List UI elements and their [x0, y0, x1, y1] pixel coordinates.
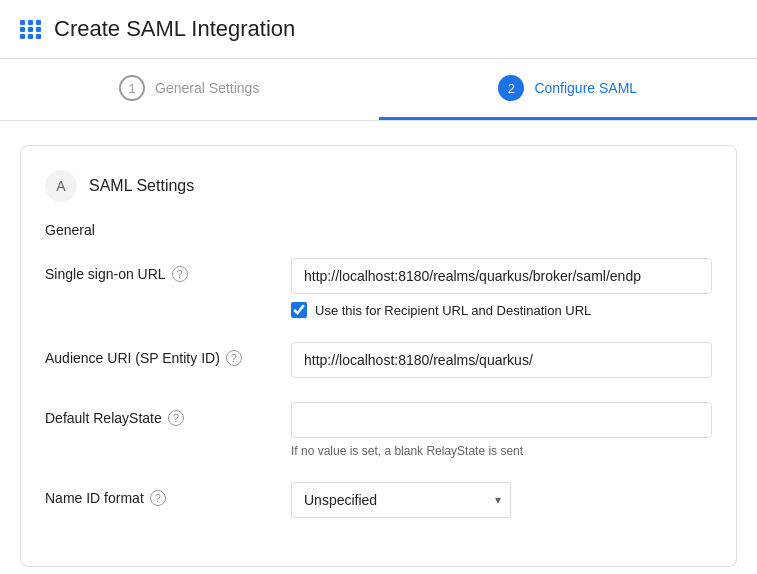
recipient-url-checkbox[interactable] [291, 302, 307, 318]
step-1-label: General Settings [155, 80, 259, 96]
step-configure-saml[interactable]: 2 Configure SAML [379, 59, 758, 120]
sso-url-help-icon[interactable]: ? [172, 266, 188, 282]
name-id-format-select-wrapper: Unspecified EmailAddress Persistent Tran… [291, 482, 511, 518]
recipient-url-label: Use this for Recipient URL and Destinati… [315, 303, 591, 318]
page-header: Create SAML Integration [0, 0, 757, 59]
relay-state-input[interactable] [291, 402, 712, 438]
group-title: General [45, 222, 712, 238]
name-id-format-label: Name ID format ? [45, 482, 275, 506]
audience-uri-label: Audience URI (SP Entity ID) ? [45, 342, 275, 366]
section-title: SAML Settings [89, 177, 194, 195]
grid-icon [20, 20, 42, 39]
relay-state-label: Default RelayState ? [45, 402, 275, 426]
sso-url-field: Use this for Recipient URL and Destinati… [291, 258, 712, 318]
audience-uri-field [291, 342, 712, 378]
name-id-format-row: Name ID format ? Unspecified EmailAddres… [45, 482, 712, 518]
sso-url-input[interactable] [291, 258, 712, 294]
sso-url-row: Single sign-on URL ? Use this for Recipi… [45, 258, 712, 318]
relay-state-row: Default RelayState ? If no value is set,… [45, 402, 712, 458]
relay-state-help-icon[interactable]: ? [168, 410, 184, 426]
page-title: Create SAML Integration [54, 16, 295, 42]
recipient-url-checkbox-row: Use this for Recipient URL and Destinati… [291, 302, 712, 318]
step-2-label: Configure SAML [534, 80, 637, 96]
saml-settings-card: A SAML Settings General Single sign-on U… [20, 145, 737, 567]
section-header: A SAML Settings [45, 170, 712, 202]
main-content: A SAML Settings General Single sign-on U… [0, 121, 757, 574]
name-id-format-field: Unspecified EmailAddress Persistent Tran… [291, 482, 712, 518]
relay-state-field: If no value is set, a blank RelayState i… [291, 402, 712, 458]
audience-uri-input[interactable] [291, 342, 712, 378]
name-id-format-help-icon[interactable]: ? [150, 490, 166, 506]
sso-url-label: Single sign-on URL ? [45, 258, 275, 282]
steps-bar: 1 General Settings 2 Configure SAML [0, 59, 757, 121]
step-2-number: 2 [498, 75, 524, 101]
audience-uri-help-icon[interactable]: ? [226, 350, 242, 366]
step-general-settings[interactable]: 1 General Settings [0, 59, 379, 120]
section-badge: A [45, 170, 77, 202]
name-id-format-select[interactable]: Unspecified EmailAddress Persistent Tran… [291, 482, 511, 518]
relay-state-hint: If no value is set, a blank RelayState i… [291, 444, 712, 458]
audience-uri-row: Audience URI (SP Entity ID) ? [45, 342, 712, 378]
step-1-number: 1 [119, 75, 145, 101]
